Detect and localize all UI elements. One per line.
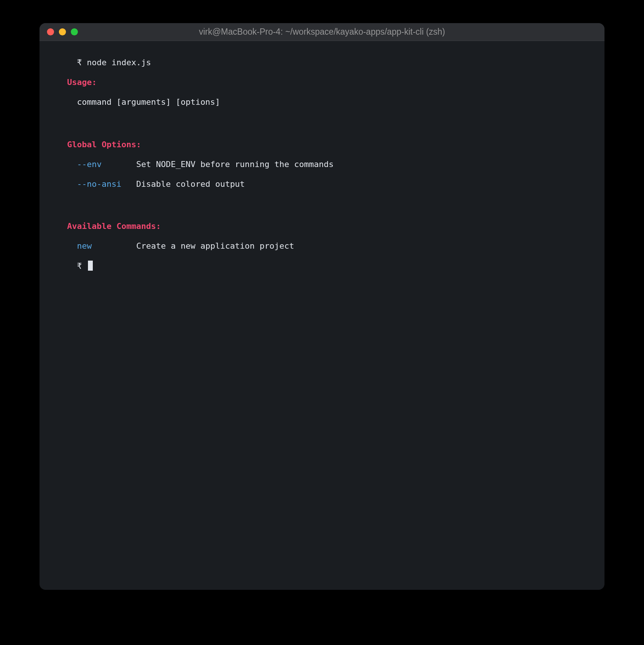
option-flag-noansi: --no-ansi bbox=[77, 179, 121, 189]
spacer bbox=[67, 116, 577, 138]
usage-header-line: Usage: bbox=[67, 76, 577, 89]
prompt-symbol: ₹ bbox=[77, 261, 82, 271]
window-title: virk@MacBook-Pro-4: ~/workspace/kayako-a… bbox=[40, 27, 604, 37]
spacer bbox=[67, 197, 577, 220]
command-name-new: new bbox=[77, 241, 92, 251]
available-commands-header: Available Commands: bbox=[67, 221, 161, 231]
command-desc: Create a new application project bbox=[136, 241, 294, 251]
terminal-body[interactable]: ₹ node index.js Usage: command [argument… bbox=[40, 41, 604, 294]
traffic-lights bbox=[47, 28, 78, 35]
titlebar[interactable]: virk@MacBook-Pro-4: ~/workspace/kayako-a… bbox=[40, 23, 604, 41]
minimize-icon[interactable] bbox=[59, 28, 66, 35]
global-options-header-line: Global Options: bbox=[67, 138, 577, 151]
prompt-symbol: ₹ bbox=[77, 58, 82, 67]
cursor-icon bbox=[88, 261, 93, 271]
close-icon[interactable] bbox=[47, 28, 54, 35]
maximize-icon[interactable] bbox=[71, 28, 78, 35]
usage-body: command [arguments] [options] bbox=[77, 97, 220, 107]
option-row: --no-ansi Disable colored output bbox=[67, 177, 577, 191]
command-row: new Create a new application project bbox=[67, 239, 577, 252]
global-options-header: Global Options: bbox=[67, 140, 141, 149]
option-row: --env Set NODE_ENV before running the co… bbox=[67, 158, 577, 171]
usage-body-line: command [arguments] [options] bbox=[67, 95, 577, 108]
executed-command: node index.js bbox=[87, 58, 151, 67]
terminal-window: virk@MacBook-Pro-4: ~/workspace/kayako-a… bbox=[40, 23, 604, 590]
option-flag-env: --env bbox=[77, 160, 102, 169]
option-desc: Disable colored output bbox=[136, 179, 244, 189]
usage-header: Usage: bbox=[67, 78, 97, 87]
prompt-line: ₹ node index.js bbox=[67, 56, 577, 69]
option-desc: Set NODE_ENV before running the commands bbox=[136, 160, 334, 169]
available-commands-header-line: Available Commands: bbox=[67, 220, 577, 233]
prompt-idle-line: ₹ bbox=[67, 259, 577, 273]
